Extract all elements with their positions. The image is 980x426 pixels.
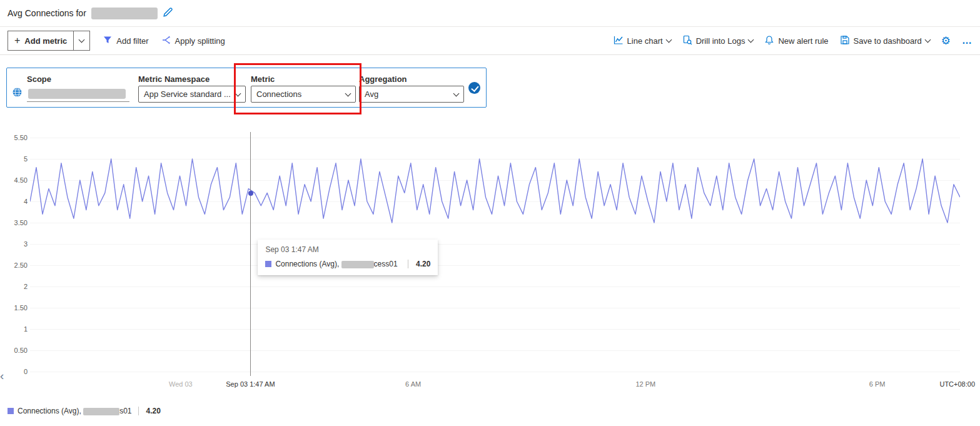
x-axis-tick-label: 12 PM (635, 380, 655, 388)
series-line (30, 159, 960, 223)
command-bar-right: Line chart Drill into Logs New alert rul… (614, 35, 972, 47)
ellipsis-icon: … (962, 36, 972, 46)
metrics-chart: Sep 03 1:47 AM Connections (Avg), cess01… (0, 128, 980, 397)
add-metric-dropdown[interactable] (73, 31, 89, 50)
legend-series-prefix: Connections (Avg), (18, 407, 83, 415)
metric-picker-panel: Scope Metric Namespace App Service stand… (6, 68, 487, 108)
gear-icon: ⚙ (941, 36, 951, 46)
add-metric-label: Add metric (24, 36, 67, 46)
y-axis-tick-label: 5 (1, 155, 28, 163)
y-axis-tick-label: 4.50 (1, 176, 28, 184)
header: Avg Connections for (0, 0, 980, 26)
checkmark-icon (471, 84, 478, 92)
plus-icon: + (14, 36, 20, 46)
legend-value: 4.20 (146, 407, 161, 415)
chevron-down-icon (665, 37, 672, 43)
apply-metric-button[interactable] (468, 82, 480, 94)
crosshair-line (250, 132, 251, 376)
chevron-down-icon (345, 91, 351, 97)
page-title: Avg Connections for (8, 8, 86, 18)
add-metric-main[interactable]: + Add metric (8, 31, 73, 50)
split-icon (161, 35, 171, 47)
save-icon (840, 35, 850, 47)
chevron-down-icon (453, 91, 460, 97)
tooltip-timestamp: Sep 03 1:47 AM (265, 245, 430, 254)
y-axis-tick-label: 1.50 (1, 304, 28, 312)
legend-series-label: Connections (Avg), s01 (18, 407, 132, 415)
apply-splitting-label: Apply splitting (175, 36, 225, 46)
aggregation-dropdown[interactable]: Avg (359, 86, 464, 103)
alert-icon (764, 35, 774, 47)
chevron-down-icon (748, 37, 754, 43)
globe-icon (12, 87, 23, 100)
x-axis-tick-label: Wed 03 (169, 380, 193, 388)
tooltip-series-suffix: cess01 (374, 260, 398, 268)
redacted-text (83, 408, 119, 415)
redacted-text (341, 261, 374, 268)
chevron-down-icon (79, 37, 85, 43)
chevron-down-icon (235, 91, 241, 97)
y-axis-tick-label: 2 (1, 283, 28, 290)
command-bar-left: + Add metric Add filter Apply splitting (8, 31, 225, 51)
add-filter-button[interactable]: Add filter (103, 35, 148, 47)
y-axis-tick-label: 4 (1, 198, 28, 205)
y-axis-tick-label: 5.50 (1, 134, 28, 141)
y-axis-tick-label: 0 (1, 368, 28, 375)
tooltip-divider (408, 260, 408, 268)
series-swatch (265, 261, 271, 267)
drill-into-logs-button[interactable]: Drill into Logs (682, 35, 754, 47)
aggregation-label: Aggregation (359, 74, 407, 84)
new-alert-rule-label: New alert rule (778, 36, 828, 46)
settings-button[interactable]: ⚙ (941, 36, 951, 46)
metric-dropdown[interactable]: Connections (251, 86, 356, 103)
legend-swatch (8, 408, 14, 414)
apply-splitting-button[interactable]: Apply splitting (161, 35, 225, 47)
tooltip-series-prefix: Connections (Avg), (275, 260, 341, 268)
drill-into-logs-label: Drill into Logs (696, 36, 745, 46)
redacted-scope-value (28, 89, 126, 99)
add-metric-button[interactable]: + Add metric (8, 31, 90, 51)
y-axis-tick-label: 1 (1, 325, 28, 333)
x-axis-tick-label: 6 PM (869, 380, 886, 388)
chart-plot-area[interactable] (30, 128, 960, 397)
aggregation-value: Avg (365, 89, 378, 99)
metric-value: Connections (256, 89, 301, 99)
tooltip-series-row: Connections (Avg), cess01 4.20 (265, 260, 430, 268)
save-to-dashboard-label: Save to dashboard (854, 36, 922, 46)
more-options-button[interactable]: … (962, 36, 972, 46)
scope-label: Scope (27, 74, 51, 84)
chart-type-button[interactable]: Line chart (614, 35, 671, 47)
metric-namespace-label: Metric Namespace (138, 74, 210, 84)
y-axis-tick-label: 2.50 (1, 261, 28, 269)
chart-legend[interactable]: Connections (Avg), s01 4.20 (8, 407, 161, 415)
metric-namespace-dropdown[interactable]: App Service standard ... (138, 86, 246, 103)
timezone-label: UTC+08:00 (939, 380, 975, 388)
y-axis-tick-label: 3 (1, 240, 28, 248)
chart-tooltip: Sep 03 1:47 AM Connections (Avg), cess01… (258, 240, 438, 275)
legend-divider (138, 407, 139, 415)
x-axis-tick-label: 6 AM (405, 380, 421, 388)
chart-type-label: Line chart (627, 36, 663, 46)
y-axis-tick-label: 0.50 (1, 347, 28, 354)
pencil-icon (163, 7, 173, 20)
filter-icon (103, 35, 113, 47)
metric-label: Metric (251, 74, 275, 84)
drill-logs-icon (682, 35, 692, 47)
line-chart-icon (614, 35, 624, 47)
chevron-down-icon (924, 37, 931, 43)
azure-metrics-page: Avg Connections for + Add metric (0, 0, 980, 426)
tooltip-series-label: Connections (Avg), cess01 (275, 260, 397, 268)
scope-field[interactable] (27, 87, 129, 102)
save-to-dashboard-button[interactable]: Save to dashboard (840, 35, 930, 47)
legend-series-suffix: s01 (119, 407, 131, 415)
metric-namespace-value: App Service standard ... (144, 89, 231, 99)
edit-title-button[interactable] (163, 7, 173, 20)
new-alert-rule-button[interactable]: New alert rule (764, 35, 828, 47)
hover-point-dot (248, 191, 253, 196)
add-filter-label: Add filter (116, 36, 148, 46)
command-bar: + Add metric Add filter Apply splitting (0, 26, 980, 55)
y-axis-tick-label: 3.50 (1, 219, 28, 226)
redacted-resource-name (91, 8, 158, 19)
tooltip-value: 4.20 (416, 260, 430, 268)
x-axis-tick-label: Sep 03 1:47 AM (226, 380, 275, 388)
